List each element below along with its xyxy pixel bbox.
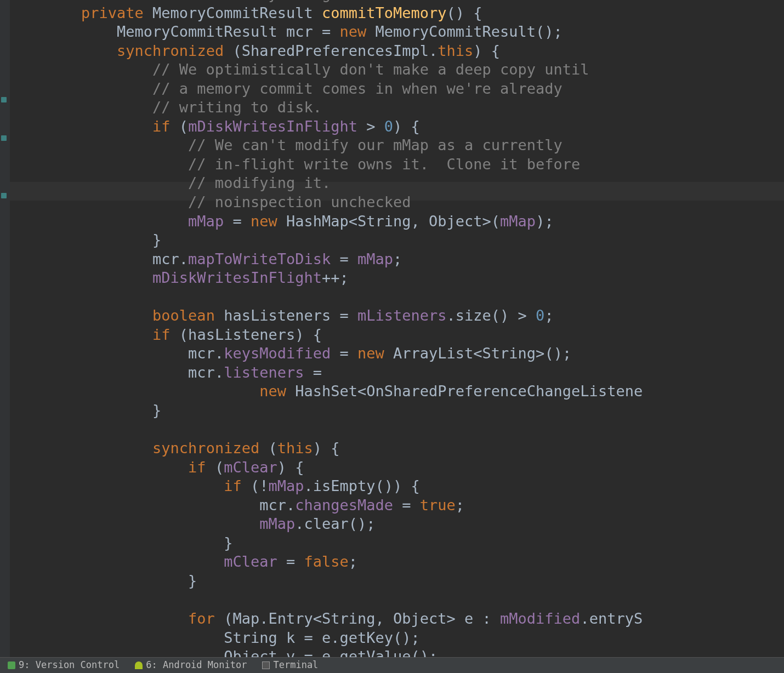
terminal-icon xyxy=(262,661,270,669)
android-label: 6: Android Monitor xyxy=(146,659,247,671)
tool-window-version-control[interactable]: 9: Version Control xyxy=(8,659,120,671)
tool-window-android-monitor[interactable]: 6: Android Monitor xyxy=(135,659,247,671)
gutter-marker xyxy=(1,97,7,102)
android-icon xyxy=(135,661,143,669)
gutter-marker xyxy=(1,193,7,198)
tool-window-bar: 9: Version Control 6: Android Monitor Te… xyxy=(0,657,784,673)
gutter xyxy=(0,0,10,658)
code-content: // Returns true if any changes were made… xyxy=(10,0,784,658)
code-editor[interactable]: // Returns true if any changes were made… xyxy=(0,0,784,658)
vcs-icon xyxy=(8,661,15,669)
code-line: // Returns true if any changes were made xyxy=(10,0,438,2)
terminal-label: Terminal xyxy=(273,659,318,671)
gutter-marker xyxy=(1,135,7,141)
tool-window-terminal[interactable]: Terminal xyxy=(262,659,318,671)
vcs-label: 9: Version Control xyxy=(19,659,120,671)
